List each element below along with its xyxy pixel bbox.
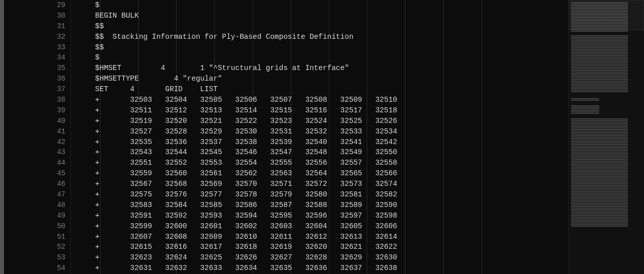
line-number: 49 [4, 211, 70, 221]
code-line[interactable]: $HMSET 4 1 "^Structural grids at Interfa… [71, 63, 569, 74]
code-line[interactable]: + 32607 32608 32609 32610 32611 32612 32… [71, 232, 569, 242]
code-line[interactable]: BEGIN BULK [71, 11, 569, 21]
code-line[interactable]: $$ [71, 42, 569, 53]
line-number: 47 [4, 189, 70, 200]
line-number: 48 [4, 200, 70, 211]
line-number: 31 [4, 21, 70, 32]
code-line[interactable]: + 32615 32616 32617 32618 32619 32620 32… [71, 242, 569, 252]
code-line[interactable]: SET 4 GRID LIST [71, 84, 569, 95]
line-number: 35 [4, 63, 70, 74]
line-number: 51 [4, 232, 70, 242]
code-line[interactable]: + 32623 32624 32625 32626 32627 32628 32… [71, 252, 569, 263]
line-number: 53 [4, 252, 70, 263]
line-number: 50 [4, 221, 70, 232]
code-line[interactable]: + 32559 32560 32561 32562 32563 32564 32… [71, 168, 569, 179]
line-number: 36 [4, 74, 70, 84]
line-number: 42 [4, 137, 70, 148]
line-number: 41 [4, 126, 70, 137]
line-number: 34 [4, 52, 70, 63]
code-area[interactable]: $BEGIN BULK$$$$ Stacking Information for… [71, 0, 569, 274]
editor-wrap: 2930313233343536373839404142434445464748… [0, 0, 569, 274]
code-line[interactable]: + 32551 32552 32553 32554 32555 32556 32… [71, 158, 569, 168]
line-number: 44 [4, 158, 70, 168]
line-number: 45 [4, 168, 70, 179]
code-line[interactable]: $$ [71, 21, 569, 32]
code-line[interactable]: $ [71, 52, 569, 63]
left-strip [0, 0, 4, 274]
code-line[interactable]: + 32519 32520 32521 32522 32523 32524 32… [71, 116, 569, 126]
code-line[interactable]: $HMSETTYPE 4 "regular" [71, 74, 569, 84]
line-number: 29 [4, 0, 70, 11]
code-line[interactable]: $ [71, 0, 569, 11]
line-number: 39 [4, 105, 70, 116]
line-number: 43 [4, 147, 70, 158]
code-line[interactable]: $$ Stacking Information for Ply-Based Co… [71, 32, 569, 42]
line-number-gutter: 2930313233343536373839404142434445464748… [4, 0, 71, 274]
code-line[interactable]: + 32543 32544 32545 32546 32547 32548 32… [71, 147, 569, 158]
minimap[interactable] [569, 0, 644, 274]
code-line[interactable]: + 32527 32528 32529 32530 32531 32532 32… [71, 126, 569, 137]
line-number: 54 [4, 263, 70, 273]
line-number: 37 [4, 84, 70, 95]
code-line[interactable]: + 32599 32600 32601 32602 32603 32604 32… [71, 221, 569, 232]
code-line[interactable]: + 32511 32512 32513 32514 32515 32516 32… [71, 105, 569, 116]
line-number: 38 [4, 95, 70, 105]
line-number: 32 [4, 32, 70, 42]
line-number: 30 [4, 11, 70, 21]
line-number: 52 [4, 242, 70, 252]
code-line[interactable]: + 32631 32632 32633 32634 32635 32636 32… [71, 263, 569, 273]
code-line[interactable]: + 32575 32576 32577 32578 32579 32580 32… [71, 189, 569, 200]
code-line[interactable]: + 32503 32504 32505 32506 32507 32508 32… [71, 95, 569, 105]
code-line[interactable]: + 32535 32536 32537 32538 32539 32540 32… [71, 137, 569, 148]
line-number: 46 [4, 179, 70, 189]
line-number: 40 [4, 116, 70, 126]
code-line[interactable]: + 32567 32568 32569 32570 32571 32572 32… [71, 179, 569, 189]
line-number: 33 [4, 42, 70, 53]
code-line[interactable]: + 32591 32592 32593 32594 32595 32596 32… [71, 211, 569, 221]
code-line[interactable]: + 32583 32584 32585 32586 32587 32588 32… [71, 200, 569, 211]
